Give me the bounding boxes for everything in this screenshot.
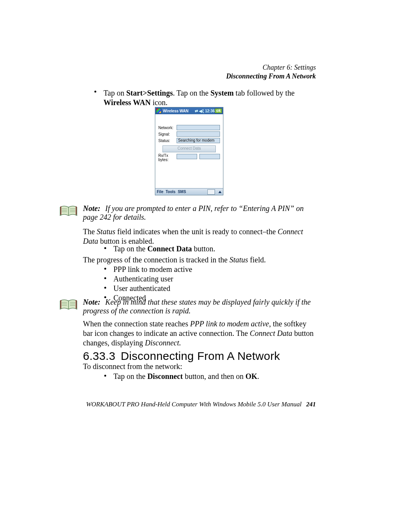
text-fragment: The: [83, 227, 97, 236]
note-body: Keep in mind that these states may be di…: [83, 298, 311, 315]
pda-status-field: Searching for modem: [177, 138, 220, 143]
ui-term: Status: [97, 227, 115, 236]
pda-signal-field: [177, 131, 220, 137]
note-block: Note: Keep in mind that these states may…: [83, 298, 318, 315]
bullet-icon: [94, 91, 96, 93]
pda-network-label: Network:: [158, 126, 177, 130]
text-fragment: When the connection state reaches: [83, 320, 190, 328]
bullet-icon: [104, 268, 106, 270]
ui-term: Connect Data: [250, 329, 292, 337]
list-item: Authenticating user: [83, 274, 317, 284]
instruction-step: Tap on Start>Settings. Tap on the System…: [83, 88, 317, 107]
note-book-icon: [59, 298, 78, 312]
text-fragment: icon.: [151, 98, 167, 107]
state-text: Authenticating user: [113, 275, 173, 283]
ui-term: PPP link to modem active: [190, 320, 269, 328]
pda-signal-label: Signal:: [158, 132, 177, 136]
note-block: Note: If you are prompted to enter a PIN…: [83, 204, 318, 222]
text-fragment: The progress of the connection is tracke…: [83, 256, 229, 264]
section-title: Disconnecting From A Network: [121, 350, 280, 362]
ui-term: Disconnect: [147, 372, 183, 380]
speaker-icon: ◀ξ: [199, 109, 204, 113]
instruction-substep: Tap on the Disconnect button, and then o…: [83, 372, 317, 381]
menu-up-icon: [218, 191, 221, 193]
pda-ok-button: ok: [215, 108, 222, 113]
start-flag-icon: [156, 108, 161, 113]
state-text: PPP link to modem active: [113, 265, 192, 273]
list-item: User authenticated: [83, 284, 317, 293]
pda-menu-sms: SMS: [178, 190, 186, 194]
pda-status-icons: ⇄ ◀ξ 12:36: [195, 109, 215, 113]
ui-term: System: [210, 89, 234, 97]
paragraph: To disconnect from the network:: [83, 362, 317, 371]
note-label: Note:: [83, 204, 100, 212]
note-book-icon: [59, 204, 78, 219]
instruction-substep: Tap on the Connect Data button.: [83, 244, 317, 254]
pda-menubar: File Tools SMS: [155, 188, 223, 195]
paragraph: When the connection state reaches PPP li…: [83, 319, 317, 348]
pda-title: Wireless WAN: [163, 109, 188, 113]
section-heading: 6.33.3Disconnecting From A Network: [83, 349, 317, 363]
pda-rxtx-label-2: bytes:: [158, 158, 177, 162]
text-fragment: tab followed by the: [234, 89, 295, 97]
footer-page-number: 241: [306, 401, 316, 408]
pda-menu-file: File: [157, 190, 163, 194]
section-label: Disconnecting From A Network: [226, 72, 316, 81]
section-number: 6.33.3: [83, 350, 115, 362]
text-fragment: .: [257, 372, 259, 380]
pda-network-field: [177, 125, 220, 130]
paragraph: The Status field indicates when the unit…: [83, 227, 317, 246]
bullet-icon: [104, 247, 106, 249]
chapter-label: Chapter 6: Settings: [226, 63, 316, 72]
running-header: Chapter 6: Settings Disconnecting From A…: [226, 63, 316, 80]
footer-manual-title: WORKABOUT PRO Hand-Held Computer With Wi…: [86, 401, 301, 408]
pda-titlebar: Wireless WAN ⇄ ◀ξ 12:36 ok: [155, 107, 223, 114]
list-item: PPP link to modem active: [83, 265, 317, 274]
ui-term: Wireless WAN: [104, 98, 151, 107]
note-label: Note:: [83, 298, 100, 306]
pda-menu-tools: Tools: [166, 190, 175, 194]
text-fragment: Tap on the: [113, 244, 147, 253]
ui-term: Connect Data: [147, 244, 192, 253]
text-fragment: button, and then on: [183, 372, 245, 380]
pda-rx-field: [177, 154, 197, 159]
text-fragment: Tap on: [104, 89, 126, 97]
ui-term: Disconnect.: [145, 339, 181, 347]
ui-term: Status: [229, 256, 248, 264]
ui-term: OK: [245, 372, 257, 380]
bullet-icon: [104, 287, 106, 289]
pda-status-label: Status:: [158, 139, 177, 143]
pda-tx-field: [199, 154, 220, 159]
ui-path: Start>Settings: [126, 89, 173, 97]
paragraph: The progress of the connection is tracke…: [83, 255, 317, 265]
text-fragment: field.: [248, 256, 266, 264]
text-fragment: field indicates when the unit is ready t…: [115, 227, 278, 236]
text-fragment: button.: [192, 244, 215, 253]
state-text: User authenticated: [113, 284, 170, 292]
note-body: If you are prompted to enter a PIN, refe…: [83, 204, 304, 221]
text-fragment: Tap on the: [113, 372, 147, 380]
pda-screenshot: Wireless WAN ⇄ ◀ξ 12:36 ok Network: Sign…: [155, 107, 223, 195]
keyboard-icon: [207, 189, 215, 195]
sync-icon: ⇄: [195, 109, 198, 113]
bullet-icon: [104, 277, 106, 279]
pda-clock: 12:36: [205, 109, 215, 113]
page-footer: WORKABOUT PRO Hand-Held Computer With Wi…: [86, 401, 316, 408]
bullet-icon: [104, 375, 106, 377]
pda-connect-button: Connect Data: [162, 145, 216, 152]
text-fragment: . Tap on the: [173, 89, 210, 97]
pda-body: Network: Signal: Status: Searching for m…: [155, 114, 223, 163]
pda-rxtx-label-1: Rx/Tx: [158, 154, 177, 158]
